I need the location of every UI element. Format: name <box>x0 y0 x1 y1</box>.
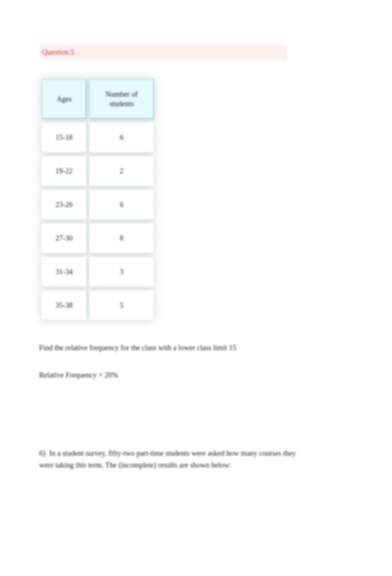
question-5-prompt: Find the relative frequency for the clas… <box>39 342 355 353</box>
column-header-ages: Ages <box>41 79 87 119</box>
cell-count: 3 <box>89 256 154 287</box>
cell-ages: 19-22 <box>41 156 87 186</box>
table-header-row: Ages Number of students <box>41 79 154 119</box>
table-row: 23-26 6 <box>41 189 154 220</box>
table-row: 35-38 5 <box>41 290 154 321</box>
cell-count: 2 <box>89 156 154 186</box>
question-5-header: Question 5 <box>39 44 287 60</box>
table-row: 27-30 8 <box>41 223 154 253</box>
cell-ages: 15-18 <box>41 122 87 153</box>
cell-count: 8 <box>89 223 154 253</box>
cell-ages: 23-26 <box>41 189 87 220</box>
cell-ages: 35-38 <box>41 290 87 321</box>
question-6-number: 6) <box>39 449 46 458</box>
question-5-answer: Relative Frequency = 20% <box>39 371 355 379</box>
cell-count: 6 <box>89 122 154 153</box>
document-page: Question 5 Ages Number of students 15-18… <box>0 0 392 470</box>
ages-students-table: Ages Number of students 15-18 6 19-22 2 … <box>39 76 157 324</box>
cell-ages: 27-30 <box>41 223 87 253</box>
question-6-text: In a student survey, fifty-two part-time… <box>39 449 296 469</box>
cell-ages: 31-34 <box>41 256 87 287</box>
table-row: 19-22 2 <box>41 156 154 186</box>
table-row: 31-34 3 <box>41 256 154 287</box>
cell-count: 5 <box>89 290 154 321</box>
frequency-table: Ages Number of students 15-18 6 19-22 2 … <box>39 76 157 324</box>
cell-count: 6 <box>89 189 154 220</box>
question-6: 6) In a student survey, fifty-two part-t… <box>39 448 305 470</box>
table-row: 15-18 6 <box>41 122 154 153</box>
column-header-number-of-students: Number of students <box>89 79 154 119</box>
